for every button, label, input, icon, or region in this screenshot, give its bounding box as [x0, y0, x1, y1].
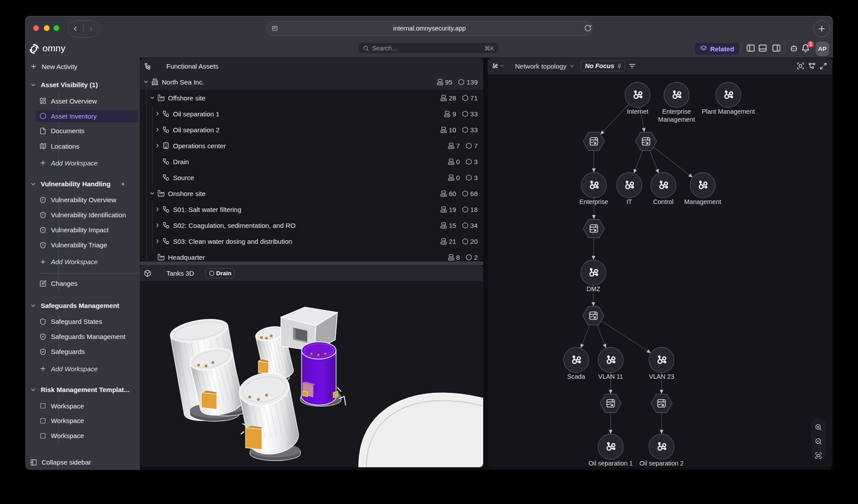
svg-text:Oil separation 1: Oil separation 1: [589, 459, 633, 466]
svg-text:Oil separation 2: Oil separation 2: [639, 459, 684, 466]
svg-text:Control: Control: [653, 198, 673, 205]
svg-text:IT: IT: [627, 198, 632, 205]
svg-text:Enterprise: Enterprise: [579, 198, 608, 205]
svg-text:VLAN 23: VLAN 23: [649, 373, 674, 380]
svg-text:Plant Management: Plant Management: [702, 108, 755, 115]
svg-text:Management: Management: [658, 115, 695, 123]
svg-text:Enterprise: Enterprise: [662, 108, 691, 115]
svg-text:Scada: Scada: [567, 373, 585, 380]
svg-text:Management: Management: [684, 198, 721, 205]
svg-text:VLAN 11: VLAN 11: [598, 373, 623, 380]
svg-text:Internet: Internet: [627, 108, 649, 115]
svg-text:DMZ: DMZ: [587, 285, 600, 292]
